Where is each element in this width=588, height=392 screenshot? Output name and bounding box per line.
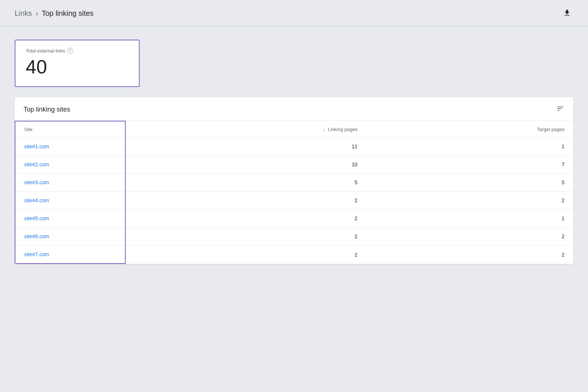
table-row: site#3.com55: [15, 174, 573, 192]
table-header-row: Top linking sites: [15, 97, 573, 121]
filter-icon[interactable]: [556, 105, 564, 115]
download-button[interactable]: [561, 7, 573, 20]
cell-target-pages: 2: [366, 246, 573, 264]
cell-site[interactable]: site#1.com: [15, 138, 125, 156]
help-icon[interactable]: ?: [67, 48, 73, 54]
table-body: site#1.com111site#2.com107site#3.com55si…: [15, 138, 573, 264]
table-row: site#6.com22: [15, 228, 573, 246]
cell-site[interactable]: site#3.com: [15, 174, 125, 192]
cell-site[interactable]: site#4.com: [15, 192, 125, 210]
data-table: Site ↓ Linking pages Target pages site#1…: [15, 121, 573, 264]
stats-label-text: Total external links: [26, 48, 65, 54]
cell-target-pages: 5: [366, 174, 573, 192]
cell-linking-pages: 2: [125, 192, 366, 210]
breadcrumb-parent[interactable]: Links: [15, 9, 32, 18]
table-card: Top linking sites Site ↓ Linkin: [15, 97, 573, 264]
cell-linking-pages: 11: [125, 138, 366, 156]
stats-card: Total external links ? 40: [15, 40, 140, 87]
breadcrumb-current: Top linking sites: [42, 9, 93, 18]
breadcrumb-bar: Links › Top linking sites: [0, 0, 588, 26]
table-header: Site ↓ Linking pages Target pages: [15, 121, 573, 138]
col-header-target-pages: Target pages: [366, 121, 573, 138]
cell-site[interactable]: site#7.com: [15, 246, 125, 264]
breadcrumb-separator: ›: [36, 9, 38, 18]
cell-target-pages: 1: [366, 138, 573, 156]
col-header-linking-pages[interactable]: ↓ Linking pages: [125, 121, 366, 138]
page-container: Links › Top linking sites Total external…: [0, 0, 588, 277]
table-row: site#7.com22: [15, 246, 573, 264]
sort-arrow-icon: ↓: [323, 127, 325, 132]
breadcrumb: Links › Top linking sites: [15, 9, 94, 18]
table-row: site#5.com21: [15, 210, 573, 228]
table-row: site#2.com107: [15, 156, 573, 174]
stats-value: 40: [26, 57, 129, 77]
stats-label-row: Total external links ?: [26, 48, 129, 54]
cell-target-pages: 2: [366, 192, 573, 210]
table-title: Top linking sites: [24, 106, 70, 113]
cell-linking-pages: 10: [125, 156, 366, 174]
cell-linking-pages: 2: [125, 246, 366, 264]
cell-linking-pages: 2: [125, 228, 366, 246]
cell-linking-pages: 2: [125, 210, 366, 228]
cell-site[interactable]: site#6.com: [15, 228, 125, 246]
main-content: Total external links ? 40 Top linking si…: [0, 26, 588, 277]
cell-site[interactable]: site#2.com: [15, 156, 125, 174]
cell-target-pages: 2: [366, 228, 573, 246]
col-header-site: Site: [15, 121, 125, 138]
cell-linking-pages: 5: [125, 174, 366, 192]
cell-site[interactable]: site#5.com: [15, 210, 125, 228]
table-row: site#1.com111: [15, 138, 573, 156]
cell-target-pages: 1: [366, 210, 573, 228]
cell-target-pages: 7: [366, 156, 573, 174]
table-row: site#4.com22: [15, 192, 573, 210]
